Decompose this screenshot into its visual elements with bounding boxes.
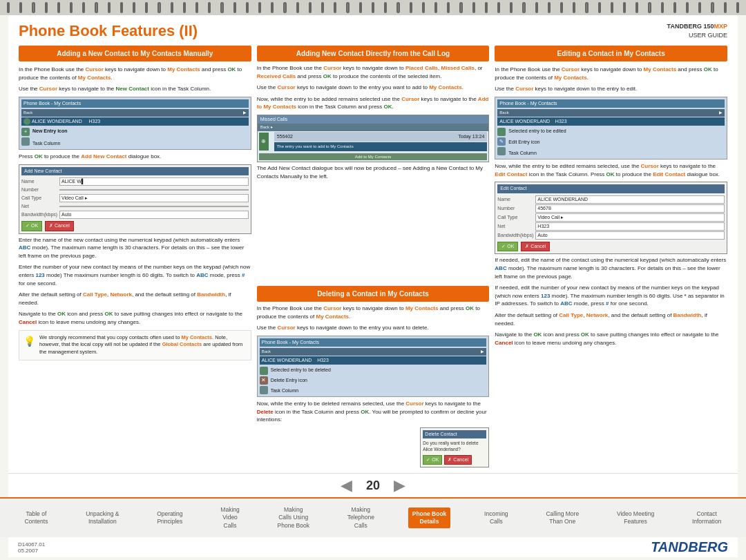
spiral-hole xyxy=(271,2,274,13)
edit-icon-label: Edit Entry icon xyxy=(508,139,566,146)
delete-confirm-dialog: Delete Contact Do you really want to del… xyxy=(420,427,489,467)
spiral-hole xyxy=(535,2,538,13)
spiral-hole xyxy=(145,2,148,13)
spiral-hole xyxy=(233,2,236,13)
brand-info: TANDBERG 150MXP USER GUIDE xyxy=(667,22,727,39)
col2-top-section: Adding New Contact Directly from the Cal… xyxy=(257,46,490,278)
page-title: Phone Book Features (II) xyxy=(19,22,198,40)
nav-unpacking[interactable]: Unpacking &Installation xyxy=(82,508,123,528)
selected-del-label: Selected entry to be deleted xyxy=(271,367,331,374)
nav-contact-info[interactable]: ContactInformation xyxy=(688,508,726,528)
spiral-hole xyxy=(246,2,249,13)
brand-model: TANDBERG 150MXP xyxy=(667,22,727,31)
column-3: Editing a Contact in My Contacts In the … xyxy=(495,46,727,467)
spiral-hole xyxy=(346,2,349,13)
spiral-hole xyxy=(434,2,437,13)
nav-calls-phone-book[interactable]: MakingCalls UsingPhone Book xyxy=(274,503,314,532)
col3-p2: Use the Cursor keys to navigate down to … xyxy=(495,85,727,93)
spiral-hole xyxy=(359,2,362,13)
content-columns: Adding a New Contact to My Contacts Manu… xyxy=(19,46,727,467)
doc-number: D14067.01 xyxy=(18,541,45,548)
prev-page-arrow[interactable]: ◀ xyxy=(341,476,352,494)
spiral-hole xyxy=(661,2,664,13)
col3-p5: If needed, edit the number of your new c… xyxy=(495,284,727,308)
spiral-hole xyxy=(258,2,261,13)
nav-telephone-calls[interactable]: MakingTelephoneCalls xyxy=(343,503,379,532)
nav-calling-more[interactable]: Calling MoreThan One xyxy=(542,508,583,528)
spiral-hole xyxy=(208,2,211,13)
edit-dialog-ok-btn[interactable]: ✓ OK xyxy=(497,242,518,251)
nav-video-calls[interactable]: MakingVideoCalls xyxy=(216,503,243,532)
confirm-ok-btn[interactable]: ✓ OK xyxy=(423,455,442,465)
spiral-hole xyxy=(497,2,500,13)
col3-p4: If needed, edit the name of the contact … xyxy=(495,256,727,280)
nav-incoming-calls[interactable]: IncomingCalls xyxy=(480,508,513,528)
spiral-hole xyxy=(711,2,714,13)
dialog-ok-btn[interactable]: ✓ OK xyxy=(21,221,42,231)
spiral-hole xyxy=(698,2,701,13)
footer: D14067.01 05.2007 TANDBERG xyxy=(8,537,738,557)
col2-p3: Now, while the entry to be added remains… xyxy=(257,95,490,111)
spiral-hole xyxy=(673,2,676,13)
dialog-cancel-btn[interactable]: ✗ Cancel xyxy=(45,221,74,231)
col1-p6: Alter the default setting of Call Type, … xyxy=(19,291,251,307)
spiral-hole xyxy=(623,2,626,13)
nav-table-of-contents[interactable]: Table ofContents xyxy=(20,508,52,528)
col2-top-content: In the Phone Book use the Cursor keys to… xyxy=(257,64,490,278)
task-col-label: Task Column xyxy=(32,140,68,147)
main-content: Phone Book Features (II) TANDBERG 150MXP… xyxy=(8,15,738,473)
guide-label: USER GUIDE xyxy=(667,31,727,40)
page-container: Phone Book Features (II) TANDBERG 150MXP… xyxy=(0,0,746,560)
spiral-hole xyxy=(32,2,35,13)
spiral-hole xyxy=(45,2,48,13)
spiral-hole xyxy=(220,2,223,13)
col2-del-p2: Use the Cursor keys to navigate down to … xyxy=(257,324,490,332)
spiral-hole xyxy=(7,2,10,13)
spiral-hole xyxy=(120,2,123,13)
next-page-arrow[interactable]: ▶ xyxy=(394,476,405,494)
col3-edit-dialog: Edit Contact NameALICE WONDERLAND Number… xyxy=(495,182,727,254)
spiral-hole xyxy=(510,2,513,13)
nav-video-meeting[interactable]: Video MeetingFeatures xyxy=(613,508,658,528)
del-task-col-label: Task Column xyxy=(271,387,331,394)
spiral-hole xyxy=(598,2,601,13)
spiral-hole xyxy=(108,2,111,13)
model-suffix: MXP xyxy=(714,23,727,30)
spiral-hole xyxy=(19,2,22,13)
col1-p3: Press OK to produce the Add New Contact … xyxy=(19,153,251,161)
col2-del-p3: Now, while the entry to be deleted remai… xyxy=(257,400,490,424)
spiral-hole xyxy=(472,2,475,13)
col2-del-p1: In the Phone Book use the Cursor keys to… xyxy=(257,305,490,320)
bottom-navigation: Table ofContents Unpacking &Installation… xyxy=(0,497,746,537)
spiral-hole xyxy=(334,2,336,13)
spiral-hole xyxy=(635,2,638,13)
spiral-hole xyxy=(611,2,613,13)
spiral-hole xyxy=(522,2,525,13)
col1-p2: Use the Cursor keys to navigate to the N… xyxy=(19,85,251,93)
new-entry-label: New Entry icon xyxy=(32,128,68,135)
page-navigation: ◀ 20 ▶ xyxy=(341,476,405,494)
current-page: 20 xyxy=(366,479,380,493)
spiral-hole xyxy=(195,2,198,13)
model-number: 150 xyxy=(703,23,714,30)
col3-header: Editing a Contact in My Contacts xyxy=(495,46,727,61)
confirm-cancel-btn[interactable]: ✗ Cancel xyxy=(444,455,472,465)
spiral-hole xyxy=(648,2,651,13)
edit-dialog-cancel-btn[interactable]: ✗ Cancel xyxy=(521,242,550,251)
col1-dialog: Add New Contact NameALICE W▌ Number Call… xyxy=(19,164,251,234)
nav-operating[interactable]: OperatingPrinciples xyxy=(153,508,186,528)
col2-delete-screen: Phone Book - My Contacts Back▶ ALICE WON… xyxy=(257,336,490,397)
col3-edit-screen: Phone Book - My Contacts Back▶ ALICE WON… xyxy=(495,97,727,160)
spiral-hole xyxy=(422,2,425,13)
spiral-hole xyxy=(548,2,551,13)
spiral-hole xyxy=(70,2,73,13)
footer-doc-info: D14067.01 05.2007 xyxy=(18,541,45,554)
page-number-bar: ◀ 20 ▶ xyxy=(8,473,738,497)
nav-phone-book-details[interactable]: Phone BookDetails xyxy=(408,508,451,528)
spiral-hole xyxy=(57,2,60,13)
col2-missed-screen: Missed Calls Back ▸ ⊕ 556402Today 13:24 … xyxy=(257,115,490,162)
col1-p4: Enter the name of the new contact using … xyxy=(19,236,251,260)
selected-edit-label: Selected entry to be edited xyxy=(508,128,566,135)
spiral-hole xyxy=(459,2,462,13)
spiral-hole xyxy=(560,2,563,13)
